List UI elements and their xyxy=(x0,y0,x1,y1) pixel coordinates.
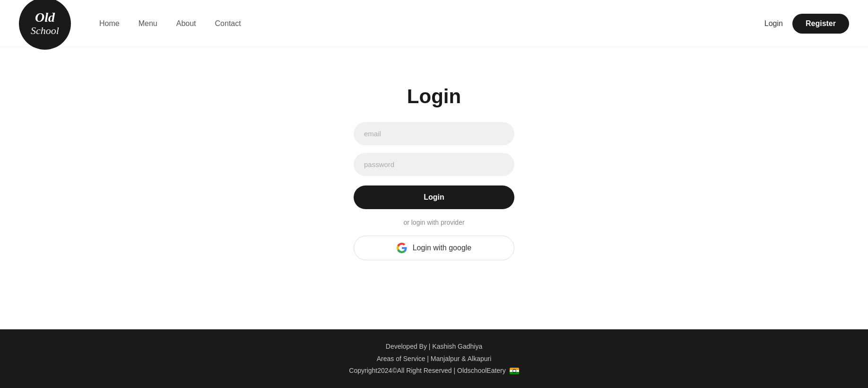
nav-right: Login Register xyxy=(764,14,849,34)
google-login-button[interactable]: Login with google xyxy=(354,236,514,260)
nav-item-menu[interactable]: Menu xyxy=(139,19,157,28)
footer-copyright: Copyright2024©All Right Reserved | Oldsc… xyxy=(9,365,859,377)
navbar: Old School Home Menu About Contact Login… xyxy=(0,0,868,47)
nav-link-about[interactable]: About xyxy=(176,19,196,27)
login-title: Login xyxy=(407,85,461,108)
register-button[interactable]: Register xyxy=(792,14,849,34)
logo-school: School xyxy=(31,25,59,36)
divider-text: or login with provider xyxy=(354,219,514,226)
india-flag-icon xyxy=(510,368,519,374)
nav-item-contact[interactable]: Contact xyxy=(215,19,241,28)
logo[interactable]: Old School xyxy=(19,0,71,50)
google-button-label: Login with google xyxy=(413,244,472,252)
logo-text: Old School xyxy=(31,10,59,36)
main-content: Login Login or login with provider Login… xyxy=(0,47,868,329)
footer-copyright-text: Copyright2024©All Right Reserved | Oldsc… xyxy=(349,367,505,374)
nav-item-home[interactable]: Home xyxy=(99,19,120,28)
nav-item-about[interactable]: About xyxy=(176,19,196,28)
logo-circle: Old School xyxy=(19,0,71,50)
google-icon xyxy=(397,243,407,253)
login-button[interactable]: Login xyxy=(354,185,514,209)
nav-login-link[interactable]: Login xyxy=(764,19,783,28)
footer: Developed By | Kashish Gadhiya Areas of … xyxy=(0,329,868,388)
nav-links: Home Menu About Contact xyxy=(99,19,241,28)
login-form: Login or login with provider Login with … xyxy=(354,122,514,260)
footer-developed-by: Developed By | Kashish Gadhiya xyxy=(9,341,859,353)
nav-link-home[interactable]: Home xyxy=(99,19,120,27)
nav-link-menu[interactable]: Menu xyxy=(139,19,157,27)
footer-areas-of-service: Areas of Service | Manjalpur & Alkapuri xyxy=(9,353,859,365)
logo-old: Old xyxy=(31,10,59,25)
password-input[interactable] xyxy=(354,153,514,176)
nav-link-contact[interactable]: Contact xyxy=(215,19,241,27)
email-input[interactable] xyxy=(354,122,514,145)
